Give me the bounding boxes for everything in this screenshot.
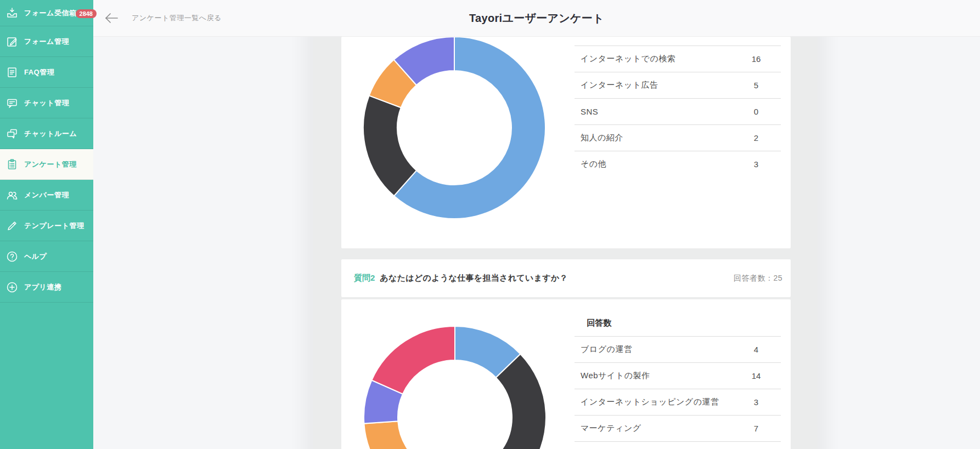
answer-count-header: 回答数 [575,318,624,328]
sidebar-item-label: FAQ管理 [24,67,54,77]
plus-circle-icon [5,281,19,294]
sidebar-item-label: フォーム受信箱 [24,8,76,18]
sidebar-item-faq-manage[interactable]: FAQ管理 [0,57,93,88]
sidebar-item-members-manage[interactable]: メンバー管理 [0,180,93,211]
sidebar-item-chat-manage[interactable]: チャット管理 [0,88,93,118]
members-icon [5,189,19,202]
question2-header-card: 質問2 あなたはどのような仕事を担当されていますか？ 回答者数：25 [341,259,791,297]
sidebar-item-chat-room[interactable]: チャットルーム [0,118,93,149]
sidebar-item-label: アプリ連携 [24,282,61,292]
form-edit-icon [5,35,19,48]
table-row: 知人の紹介 2 [575,124,781,151]
table-row: SNS 0 [575,98,781,124]
question2-card: 回答数 ブログの運営 4 Webサイトの製作 14 インターネットショッピングの… [341,299,791,449]
table-row: インターネットショッピングの運営 3 [575,389,781,415]
chat-room-icon [5,127,19,140]
back-arrow-icon [104,13,119,24]
survey-results-content: インターネットでの検索 16 インターネット広告 5 SNS 0 知人の紹介 2… [93,37,980,449]
back-button-label: アンケート管理一覧へ戻る [132,13,222,23]
sidebar-item-label: フォーム管理 [24,37,69,47]
sidebar-item-form-inbox[interactable]: フォーム受信箱 2848 [0,0,93,26]
sidebar-item-app-link[interactable]: アプリ連携 [0,272,93,303]
survey-icon [5,158,19,171]
table-row: インターネット広告 5 [575,72,781,98]
question-number-label: 質問2 [354,273,375,283]
sidebar-item-label: メンバー管理 [24,190,69,200]
respondents-count: 回答者数：25 [734,274,782,283]
inbox-count-badge: 2848 [76,9,97,18]
sidebar: フォーム受信箱 2848 フォーム管理 FAQ管理 チャット管理 チャットルーム… [0,0,93,449]
header: Tayoriユーザーアンケート アンケート管理一覧へ戻る [93,0,980,37]
inbox-icon [5,7,19,20]
faq-icon [5,66,19,79]
question1-answer-table: インターネットでの検索 16 インターネット広告 5 SNS 0 知人の紹介 2… [575,46,781,177]
question2-donut-chart [363,326,547,449]
table-row: Webサイトの製作 14 [575,362,781,389]
chat-icon [5,96,19,110]
table-row: ブログの運営 4 [575,336,781,362]
sidebar-item-help[interactable]: ヘルプ [0,241,93,272]
question1-card: インターネットでの検索 16 インターネット広告 5 SNS 0 知人の紹介 2… [341,37,791,248]
sidebar-item-template-manage[interactable]: テンプレート管理 [0,211,93,241]
template-icon [5,219,19,232]
sidebar-item-label: ヘルプ [24,252,47,262]
question2-answer-table: 回答数 ブログの運営 4 Webサイトの製作 14 インターネットショッピングの… [575,310,781,449]
table-header-row: 回答数 [575,310,781,336]
page-title: Tayoriユーザーアンケート [93,0,980,36]
sidebar-item-form-manage[interactable]: フォーム管理 [0,26,93,57]
table-row: インターネットでの検索 16 [575,46,781,72]
table-row: その他 3 [575,151,781,177]
question-text: あなたはどのような仕事を担当されていますか？ [380,273,734,283]
question1-donut-chart [363,37,546,221]
sidebar-item-label: テンプレート管理 [24,221,85,231]
sidebar-item-label: チャットルーム [24,129,77,139]
table-row: マーケティング 7 [575,415,781,441]
sidebar-item-survey-manage[interactable]: アンケート管理 [0,149,93,180]
back-button[interactable]: アンケート管理一覧へ戻る [104,0,222,36]
help-icon [5,250,19,263]
table-row [575,441,781,449]
sidebar-item-label: アンケート管理 [24,160,77,169]
sidebar-item-label: チャット管理 [24,98,69,108]
survey-results-panel: インターネットでの検索 16 インターネット広告 5 SNS 0 知人の紹介 2… [313,37,818,449]
